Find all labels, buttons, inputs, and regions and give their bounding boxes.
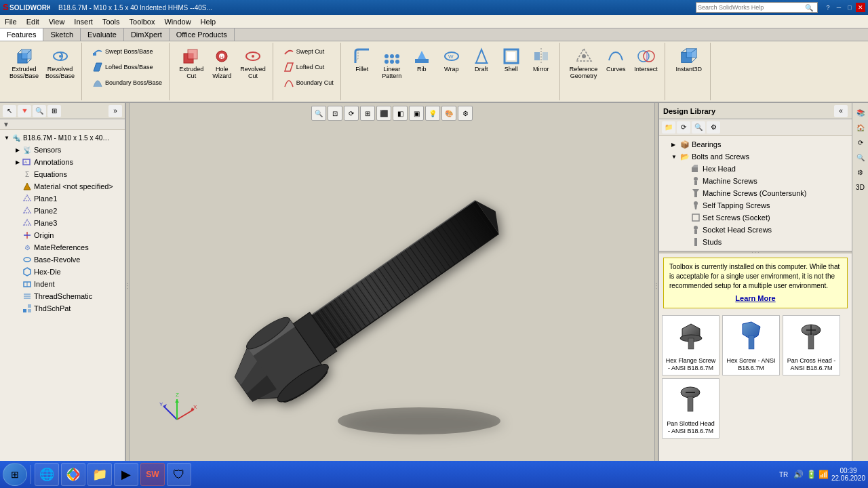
tree-mate-references[interactable]: ⚙ MateReferences — [12, 241, 123, 253]
tree-base-revolve[interactable]: Base-Revolve — [12, 253, 123, 266]
thumb-pan-slotted[interactable]: Pan Slotted Head - ANSI B18.6.7M — [662, 378, 719, 439]
taskbar-media[interactable]: ▶ — [114, 463, 138, 486]
help-btn[interactable]: ? — [823, 3, 833, 12]
tree-annotations[interactable]: ▶ A Annotations — [12, 156, 123, 168]
dl-item-bearings[interactable]: ▶ 📦 Bearings — [660, 138, 850, 150]
shell-btn[interactable]: Shell — [497, 44, 526, 75]
menu-help[interactable]: Help — [196, 16, 221, 27]
taskbar-chrome[interactable] — [61, 463, 85, 486]
tab-features[interactable]: Features — [0, 28, 43, 41]
tab-office-products[interactable]: Office Products — [170, 28, 235, 41]
menu-file[interactable]: File — [0, 16, 22, 27]
menu-toolbox[interactable]: Toolbox — [125, 16, 160, 27]
dl-nav-3d[interactable]: 3D — [854, 180, 867, 194]
view-section-btn[interactable]: ◧ — [393, 106, 408, 121]
taskbar-explorer[interactable]: 📁 — [87, 463, 112, 486]
tab-dimxpert[interactable]: DimXpert — [124, 28, 170, 41]
dl-item-machine-screws-countersunk[interactable]: Machine Screws (Countersunk) — [660, 187, 850, 199]
start-button[interactable]: ⊞ — [3, 463, 27, 486]
minimize-btn[interactable]: ─ — [834, 3, 844, 12]
view-settings-btn[interactable]: ⚙ — [458, 106, 473, 121]
close-btn[interactable]: ✕ — [856, 3, 865, 12]
left-tool-collapse[interactable]: » — [108, 105, 122, 117]
extruded-boss-base-btn[interactable]: ExtrudedBoss/Base — [7, 44, 41, 82]
dl-search-btn[interactable]: 🔍 — [692, 121, 705, 134]
curves-btn[interactable]: Curves — [601, 44, 630, 75]
tree-root[interactable]: ▼ 🔩 B18.6.7M - M10 x 1.5 x 40 Indent... — [1, 131, 123, 144]
dl-nav-back[interactable]: 📚 — [854, 106, 867, 119]
boundary-boss-base-btn[interactable]: Boundary Boss/Base — [89, 75, 165, 90]
dl-item-self-tapping[interactable]: Self Tapping Screws — [660, 199, 850, 211]
zoom-fit-btn[interactable]: ⊡ — [328, 106, 342, 121]
tree-plane3[interactable]: Plane3 — [12, 217, 123, 229]
maximize-btn[interactable]: □ — [845, 3, 854, 12]
left-tool-select[interactable]: ↖ — [3, 105, 16, 117]
tree-material[interactable]: Material <not specified> — [12, 180, 123, 192]
view-display-btn[interactable]: ⬛ — [376, 106, 391, 121]
left-tool-search[interactable]: 🔍 — [33, 105, 46, 117]
draft-btn[interactable]: Draft — [467, 44, 496, 75]
extruded-cut-btn[interactable]: ExtrudedCut — [176, 44, 206, 82]
tree-thd-sch-pat[interactable]: ThdSchPat — [12, 302, 123, 314]
view-style-btn[interactable]: ▣ — [409, 106, 424, 121]
tree-plane2[interactable]: Plane2 — [12, 205, 123, 217]
dl-item-hex-head[interactable]: Hex Head — [660, 163, 850, 175]
thumb-hex-screw[interactable]: Hex Screw - ANSI B18.6.7M — [722, 315, 780, 375]
menu-insert[interactable]: Insert — [69, 16, 98, 27]
intersect-btn[interactable]: Intersect — [631, 44, 660, 75]
dl-item-bolts-screws[interactable]: ▼ 📂 Bolts and Screws — [660, 150, 850, 163]
wrap-btn[interactable]: W Wrap — [437, 44, 466, 75]
tree-indent[interactable]: Indent — [12, 278, 123, 290]
search-icon[interactable]: 🔍 — [805, 4, 813, 12]
tree-equations[interactable]: Σ Equations — [12, 168, 123, 180]
thumb-hex-flange-screw[interactable]: Hex Flange Screw - ANSI B18.6.7M — [662, 315, 719, 375]
mirror-btn[interactable]: Mirror — [527, 44, 555, 75]
tab-evaluate[interactable]: Evaluate — [81, 28, 124, 41]
learn-more-link[interactable]: Learn More — [669, 293, 842, 304]
left-tool-expand[interactable]: ⊞ — [47, 105, 61, 117]
tree-hex-die[interactable]: Hex-Die — [12, 266, 123, 278]
zoom-in-btn[interactable]: 🔍 — [311, 106, 326, 121]
dl-item-socket-head[interactable]: Socket Head Screws — [660, 224, 850, 236]
dl-item-machine-screws[interactable]: Machine Screws — [660, 175, 850, 187]
lofted-cut-btn[interactable]: Lofted Cut — [280, 60, 328, 75]
menu-window[interactable]: Window — [159, 16, 195, 27]
lofted-boss-base-btn[interactable]: Lofted Boss/Base — [89, 60, 156, 75]
hole-wizard-btn[interactable]: H HoleWizard — [208, 44, 236, 82]
dl-nav-home[interactable]: 🏠 — [854, 121, 867, 134]
fillet-btn[interactable]: Fillet — [348, 44, 376, 75]
view-grid-btn[interactable]: ⊞ — [360, 106, 375, 121]
taskbar-ie[interactable]: 🌐 — [35, 463, 59, 486]
tree-sensors[interactable]: ▶ 📡 Sensors — [12, 144, 123, 156]
menu-edit[interactable]: Edit — [22, 16, 44, 27]
rib-btn[interactable]: Rib — [408, 44, 436, 75]
lighting-btn[interactable]: 💡 — [425, 106, 440, 121]
tree-origin[interactable]: Origin — [12, 229, 123, 241]
tab-sketch[interactable]: Sketch — [43, 28, 81, 41]
view-rotate-btn[interactable]: ⟳ — [344, 106, 359, 121]
dl-item-studs[interactable]: Studs — [660, 236, 850, 248]
tree-thread-schematic[interactable]: ThreadSchematic — [12, 290, 123, 302]
thumb-pan-cross[interactable]: Pan Cross Head - ANSI B18.6.7M — [783, 315, 840, 375]
swept-cut-btn[interactable]: Swept Cut — [280, 44, 328, 59]
dl-nav-search[interactable]: 🔍 — [854, 150, 867, 164]
linear-pattern-btn[interactable]: LinearPattern — [378, 44, 406, 82]
dl-nav-settings[interactable]: ⚙ — [854, 165, 867, 179]
menu-view[interactable]: View — [44, 16, 70, 27]
panel-collapse-btn[interactable]: « — [834, 105, 848, 117]
menu-tools[interactable]: Tools — [98, 16, 125, 27]
dl-item-set-screws[interactable]: Set Screws (Socket) — [660, 211, 850, 224]
taskbar-shield[interactable]: 🛡 — [167, 463, 191, 486]
revolved-boss-base-btn[interactable]: RevolvedBoss/Base — [43, 44, 77, 82]
swept-boss-base-btn[interactable]: Swept Boss/Base — [89, 44, 156, 59]
search-input[interactable] — [696, 3, 805, 12]
instant3d-btn[interactable]: Instant3D — [672, 44, 706, 75]
boundary-cut-btn[interactable]: Boundary Cut — [280, 75, 336, 90]
tree-plane1[interactable]: Plane1 — [12, 192, 123, 205]
taskbar-solidworks[interactable]: SW — [140, 463, 165, 486]
appearance-btn[interactable]: 🎨 — [441, 106, 456, 121]
dl-add-btn[interactable]: 📁 — [662, 121, 675, 134]
revolved-cut-btn[interactable]: RevolvedCut — [237, 44, 269, 82]
dl-refresh-btn[interactable]: ⟳ — [677, 121, 690, 134]
dl-settings-btn[interactable]: ⚙ — [707, 121, 720, 134]
